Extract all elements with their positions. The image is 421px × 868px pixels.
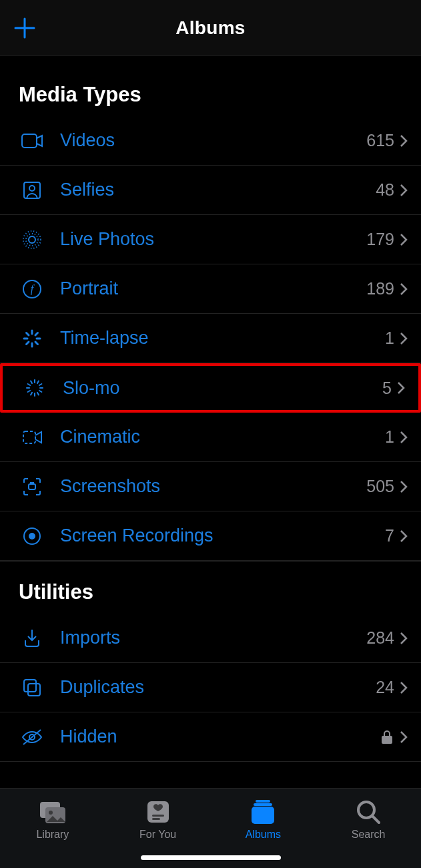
svg-line-17 [27, 333, 29, 335]
screenshots-icon [20, 477, 44, 497]
row-label: Portrait [60, 278, 366, 299]
chevron-right-icon [397, 381, 405, 395]
row-label: Time-lapse [60, 328, 385, 349]
svg-line-28 [28, 384, 31, 385]
svg-rect-2 [22, 134, 37, 148]
svg-rect-30 [29, 484, 35, 489]
row-count: 7 [385, 526, 394, 546]
svg-line-22 [39, 391, 42, 392]
row-label: Hidden [60, 726, 381, 747]
home-indicator[interactable] [141, 855, 281, 860]
svg-point-4 [29, 186, 35, 191]
row-count: 505 [366, 477, 394, 496]
media-row-selfies[interactable]: Selfies 48 [0, 166, 421, 215]
utility-row-duplicates[interactable]: Duplicates 24 [0, 663, 421, 712]
media-row-slo-mo[interactable]: Slo-mo 5 [0, 363, 421, 413]
time-lapse-icon [20, 329, 44, 349]
svg-line-11 [35, 333, 38, 335]
section-header-utilities: Utilities [0, 561, 421, 614]
svg-rect-45 [254, 803, 272, 806]
page-title: Albums [175, 17, 245, 39]
row-label: Duplicates [60, 677, 376, 698]
imports-icon [20, 628, 44, 648]
tab-label: Search [352, 829, 386, 841]
svg-point-6 [26, 234, 38, 246]
svg-line-23 [37, 393, 39, 395]
content-scroll[interactable]: Media Types Videos 615 Selfies 48 [0, 56, 421, 788]
selfies-icon [20, 181, 44, 200]
media-row-cinematic[interactable]: Cinematic 1 [0, 413, 421, 462]
svg-rect-43 [152, 818, 160, 820]
svg-line-20 [39, 384, 42, 385]
tab-bar: Library For You Albums Search [0, 788, 421, 868]
chevron-right-icon [400, 480, 408, 493]
row-count: 1 [385, 427, 394, 447]
svg-rect-44 [256, 800, 270, 803]
row-count: 284 [366, 628, 394, 648]
row-count: 189 [366, 279, 394, 298]
tab-albums[interactable]: Albums [211, 798, 316, 841]
svg-rect-35 [28, 684, 40, 696]
tab-label: Library [36, 829, 69, 841]
tab-label: Albums [246, 829, 281, 841]
tab-library[interactable]: Library [0, 798, 105, 841]
svg-line-29 [31, 381, 32, 384]
row-label: Cinematic [60, 427, 385, 447]
tab-search[interactable]: Search [316, 798, 421, 841]
svg-point-47 [358, 802, 374, 818]
row-count: 48 [376, 180, 394, 200]
row-count: 179 [366, 230, 394, 249]
media-row-portrait[interactable]: f Portrait 189 [0, 264, 421, 314]
portrait-icon: f [20, 279, 44, 299]
svg-point-33 [29, 533, 35, 539]
duplicates-icon [20, 678, 44, 698]
svg-point-5 [29, 236, 35, 243]
chevron-right-icon [400, 529, 408, 543]
navigation-bar: Albums [0, 0, 421, 56]
media-row-live-photos[interactable]: Live Photos 179 [0, 215, 421, 264]
row-label: Videos [60, 130, 366, 151]
row-label: Screen Recordings [60, 525, 385, 546]
section-header-media-types: Media Types [0, 56, 421, 116]
video-icon [20, 134, 44, 148]
lock-icon [381, 730, 393, 744]
media-row-videos[interactable]: Videos 615 [0, 116, 421, 166]
svg-rect-42 [152, 815, 164, 817]
row-label: Imports [60, 628, 366, 648]
slo-mo-icon [23, 378, 47, 398]
utility-row-imports[interactable]: Imports 284 [0, 614, 421, 663]
library-icon [37, 798, 68, 826]
screen-recordings-icon [20, 526, 44, 546]
albums-icon [249, 798, 277, 826]
utility-row-hidden[interactable]: Hidden [0, 712, 421, 762]
svg-rect-46 [252, 807, 274, 824]
svg-line-26 [28, 391, 31, 392]
chevron-right-icon [400, 431, 408, 444]
row-count: 24 [376, 678, 394, 697]
row-count: 1 [385, 329, 394, 348]
media-types-list: Videos 615 Selfies 48 Live Photos 179 [0, 116, 421, 561]
chevron-right-icon [400, 134, 408, 148]
svg-rect-34 [24, 680, 36, 692]
utilities-list: Imports 284 Duplicates 24 Hidden [0, 614, 421, 762]
row-label: Selfies [60, 180, 376, 200]
tab-for-you[interactable]: For You [105, 798, 211, 841]
svg-text:f: f [31, 283, 35, 295]
media-row-screenshots[interactable]: Screenshots 505 [0, 462, 421, 511]
svg-rect-31 [31, 483, 33, 484]
chevron-right-icon [400, 681, 408, 694]
chevron-right-icon [400, 332, 408, 345]
svg-line-19 [37, 381, 39, 384]
media-row-time-lapse[interactable]: Time-lapse 1 [0, 314, 421, 363]
live-photos-icon [20, 230, 44, 250]
media-row-screen-recordings[interactable]: Screen Recordings 7 [0, 511, 421, 561]
search-icon [355, 798, 382, 826]
add-button[interactable] [12, 15, 37, 41]
row-label: Slo-mo [63, 378, 382, 399]
chevron-right-icon [400, 730, 408, 744]
chevron-right-icon [400, 233, 408, 246]
chevron-right-icon [400, 184, 408, 197]
svg-line-15 [27, 342, 29, 345]
row-label: Screenshots [60, 476, 366, 497]
svg-line-48 [373, 817, 379, 823]
